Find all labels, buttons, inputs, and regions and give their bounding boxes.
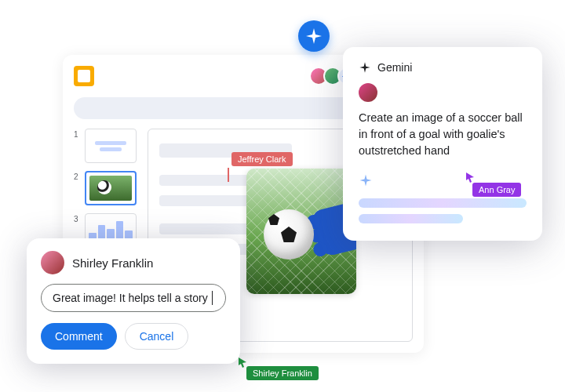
sparkle-icon: [304, 27, 323, 45]
loading-bar: [359, 214, 463, 223]
sparkle-icon: [359, 61, 371, 74]
gemini-header: Gemini: [359, 61, 527, 74]
slides-logo-icon: [74, 66, 94, 86]
comment-submit-button[interactable]: Comment: [41, 323, 117, 350]
gemini-panel: Gemini Create an image of a soccer ball …: [343, 47, 542, 241]
cursor-label-jeffrey: Jeffrey Clark: [231, 152, 293, 166]
sparkle-icon: [359, 173, 373, 187]
loading-bars: [359, 198, 527, 223]
comment-author: Shirley Franklin: [72, 256, 153, 270]
gemini-prompt-text: Create an image of a soccer ball in fron…: [359, 110, 527, 159]
thumb-image-icon: [89, 176, 132, 201]
generated-image[interactable]: [246, 169, 356, 294]
cursor-label-ann: Ann Gray: [472, 183, 521, 197]
avatar: [41, 251, 64, 274]
thumbnail[interactable]: 2: [74, 171, 137, 205]
thumbnail[interactable]: 1: [74, 129, 137, 163]
thumb-number: 2: [74, 171, 82, 205]
gemini-badge: [298, 20, 330, 52]
comment-input[interactable]: Great image! It helps tell a story: [41, 284, 226, 312]
loading-bar: [359, 198, 527, 208]
soccer-ball-icon: [264, 209, 314, 260]
cursor-caret: [228, 168, 229, 182]
thumb-number: 1: [74, 129, 82, 163]
avatar: [359, 83, 377, 102]
comment-popup: Shirley Franklin Great image! It helps t…: [27, 238, 240, 364]
cursor-label-shirley: Shirley Franklin: [246, 366, 319, 380]
comment-cancel-button[interactable]: Cancel: [125, 323, 189, 350]
gemini-title: Gemini: [377, 61, 412, 74]
